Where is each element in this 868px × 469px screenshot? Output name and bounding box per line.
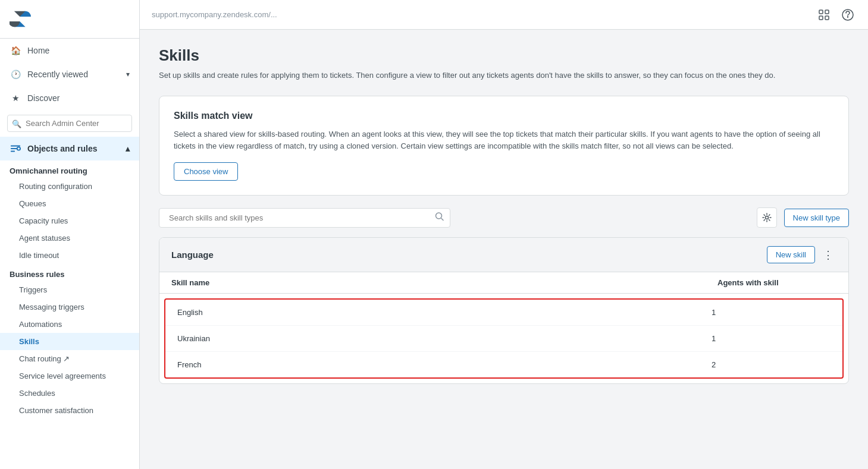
- recently-viewed-nav-item[interactable]: 🕐 Recently viewed ▾: [0, 62, 139, 86]
- objects-rules-label: Objects and rules: [27, 144, 97, 153]
- sidebar-item-triggers[interactable]: Triggers: [0, 281, 139, 298]
- svg-point-6: [436, 213, 442, 219]
- skill-name-french: French: [177, 360, 712, 369]
- sidebar: 🏠 Home 🕐 Recently viewed ▾ ★ Discover 🔍 …: [0, 0, 140, 469]
- table-row[interactable]: English 1: [165, 300, 842, 326]
- sidebar-item-agent-statuses[interactable]: Agent statuses: [0, 229, 139, 247]
- objects-and-rules-nav-item[interactable]: Objects and rules ▴: [0, 137, 139, 160]
- sidebar-item-queues[interactable]: Queues: [0, 195, 139, 212]
- skills-match-view-title: Skills match view: [174, 111, 834, 121]
- logo-area: [0, 0, 139, 39]
- routing-icon: [10, 143, 21, 155]
- discover-nav-item[interactable]: ★ Discover: [0, 86, 139, 110]
- star-icon: ★: [10, 92, 21, 104]
- search-icon: 🔍: [12, 119, 21, 128]
- sidebar-item-schedules[interactable]: Schedules: [0, 385, 139, 402]
- svg-rect-3: [819, 16, 823, 20]
- skill-name-english: English: [177, 308, 712, 317]
- skill-agents-ukrainian: 1: [712, 334, 831, 343]
- search-area: 🔍: [0, 110, 139, 137]
- clock-icon: 🕐: [10, 68, 21, 80]
- home-nav-item[interactable]: 🏠 Home: [0, 39, 139, 62]
- sidebar-item-skills[interactable]: Skills: [0, 333, 139, 350]
- skills-search-icon: [435, 212, 444, 224]
- home-icon: 🏠: [10, 45, 21, 56]
- search-input[interactable]: [7, 115, 132, 132]
- skills-table: Skill name Agents with skill English 1 U…: [159, 272, 848, 379]
- svg-point-7: [765, 216, 768, 219]
- skill-name-header: Skill name: [171, 278, 717, 287]
- new-skill-button[interactable]: New skill: [767, 246, 815, 263]
- svg-rect-2: [825, 10, 829, 14]
- sidebar-item-customer-satisfaction[interactable]: Customer satisfaction: [0, 402, 139, 419]
- sidebar-item-routing-configuration[interactable]: Routing configuration: [0, 178, 139, 195]
- more-options-button[interactable]: ⋮: [820, 247, 836, 263]
- language-section: Language New skill ⋮ Skill name Agents w…: [159, 237, 849, 384]
- skills-match-view-card: Skills match view Select a shared view f…: [159, 96, 849, 196]
- table-row[interactable]: French 2: [165, 352, 842, 377]
- chevron-down-icon: ▾: [126, 70, 130, 78]
- svg-rect-1: [819, 10, 823, 14]
- discover-label: Discover: [27, 93, 59, 103]
- svg-point-0: [17, 147, 20, 150]
- topbar: support.mycompany.zendesk.com/...: [140, 0, 868, 30]
- sidebar-item-chat-routing[interactable]: Chat routing ↗: [0, 350, 139, 367]
- language-title: Language: [171, 250, 214, 260]
- page-description: Set up skills and create rules for apply…: [159, 70, 849, 81]
- recently-viewed-label: Recently viewed: [27, 70, 88, 79]
- sidebar-item-sla[interactable]: Service level agreements: [0, 367, 139, 385]
- home-label: Home: [27, 46, 49, 55]
- omnichannel-routing-header: Omnichannel routing: [0, 160, 139, 178]
- help-icon[interactable]: [839, 7, 856, 23]
- language-header-actions: New skill ⋮: [767, 246, 836, 263]
- breadcrumb: support.mycompany.zendesk.com/...: [152, 10, 277, 19]
- topbar-actions: [816, 7, 856, 23]
- skills-table-header: Skill name Agents with skill: [159, 272, 848, 294]
- skills-search-input[interactable]: [159, 208, 450, 228]
- grid-icon[interactable]: [816, 7, 832, 23]
- choose-view-button[interactable]: Choose view: [174, 162, 238, 181]
- sidebar-item-messaging-triggers[interactable]: Messaging triggers: [0, 298, 139, 316]
- sidebar-item-automations[interactable]: Automations: [0, 316, 139, 333]
- main-content: support.mycompany.zendesk.com/... Skills…: [140, 0, 868, 469]
- settings-button[interactable]: [757, 207, 777, 228]
- zendesk-logo: [10, 8, 31, 30]
- skills-match-view-desc: Select a shared view for skills-based ro…: [174, 128, 834, 153]
- agents-header: Agents with skill: [717, 278, 836, 287]
- skill-name-ukrainian: Ukrainian: [177, 334, 712, 343]
- chevron-up-icon: ▴: [126, 144, 130, 153]
- svg-rect-4: [825, 16, 829, 20]
- table-row[interactable]: Ukrainian 1: [165, 326, 842, 352]
- skill-agents-french: 2: [712, 360, 831, 369]
- skill-agents-english: 1: [712, 308, 831, 317]
- skills-toolbar: New skill type: [159, 207, 849, 228]
- business-rules-header: Business rules: [0, 264, 139, 281]
- skills-search-wrapper: [159, 208, 450, 228]
- new-skill-type-button[interactable]: New skill type: [784, 209, 849, 227]
- page-title: Skills: [159, 46, 849, 65]
- sidebar-item-capacity-rules[interactable]: Capacity rules: [0, 212, 139, 229]
- content-area: Skills Set up skills and create rules fo…: [140, 30, 868, 469]
- sidebar-item-idle-timeout[interactable]: Idle timeout: [0, 247, 139, 264]
- language-header: Language New skill ⋮: [159, 238, 848, 272]
- skills-table-body: English 1 Ukrainian 1 French 2: [164, 298, 844, 379]
